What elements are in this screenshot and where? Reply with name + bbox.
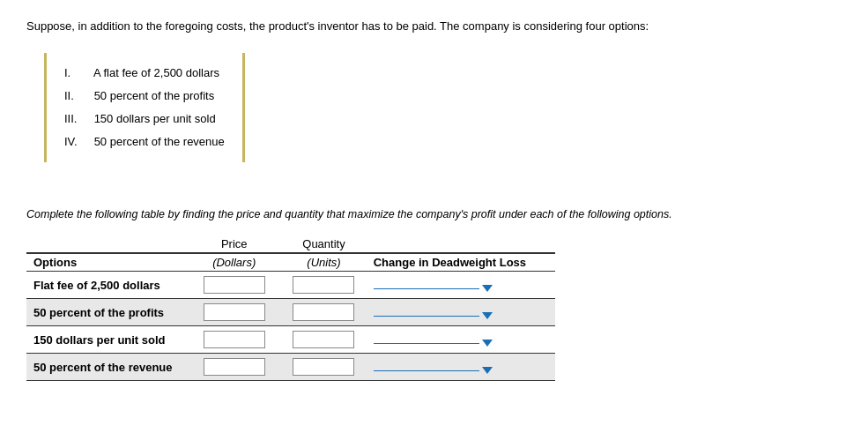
row4-dropdown-cell <box>367 354 555 381</box>
row4-price-input[interactable] <box>204 358 265 376</box>
row1-dropdown-cell <box>367 272 555 299</box>
instruction-paragraph: Complete the following table by finding … <box>26 206 842 223</box>
table-row: 50 percent of the revenue <box>26 354 555 381</box>
row3-dropdown-line <box>374 343 479 344</box>
th-quantity-label: Quantity <box>281 235 366 253</box>
option-numeral-2: II. <box>64 85 91 108</box>
row2-dropdown-line <box>374 316 479 317</box>
th-price-sublabel: (Dollars) <box>187 253 281 272</box>
row3-dropdown-button[interactable] <box>374 340 493 347</box>
row2-quantity-input[interactable] <box>293 303 354 321</box>
intro-paragraph: Suppose, in addition to the foregoing co… <box>26 18 842 35</box>
list-item: III. 150 dollars per unit sold <box>64 108 225 131</box>
row2-dropdown-arrow-icon <box>482 312 493 319</box>
row4-price-cell <box>187 354 281 381</box>
row1-quantity-input[interactable] <box>293 276 354 294</box>
table-row: 150 dollars per unit sold <box>26 326 555 354</box>
option-numeral-3: III. <box>64 108 91 131</box>
row3-quantity-cell <box>281 326 366 354</box>
th-change-blank <box>367 235 555 253</box>
table-row: 50 percent of the profits <box>26 299 555 326</box>
row2-quantity-cell <box>281 299 366 326</box>
row1-option: Flat fee of 2,500 dollars <box>26 272 187 299</box>
row2-dropdown-cell <box>367 299 555 326</box>
list-item: I. A flat fee of 2,500 dollars <box>64 62 225 85</box>
list-item: IV. 50 percent of the revenue <box>64 131 225 153</box>
table-row: Flat fee of 2,500 dollars <box>26 272 555 299</box>
row1-price-input[interactable] <box>204 276 265 294</box>
row4-quantity-input[interactable] <box>293 358 354 376</box>
list-item: II. 50 percent of the profits <box>64 85 225 108</box>
row2-option: 50 percent of the profits <box>26 299 187 326</box>
th-options-blank <box>26 235 187 253</box>
row4-dropdown-line <box>374 370 479 371</box>
row1-dropdown-line <box>374 288 479 289</box>
th-quantity-sublabel: (Units) <box>281 253 366 272</box>
row1-dropdown-button[interactable] <box>374 285 493 292</box>
row3-quantity-input[interactable] <box>293 331 354 348</box>
row2-price-input[interactable] <box>204 303 265 321</box>
th-options-header: Options <box>26 253 187 272</box>
row3-dropdown-arrow-icon <box>482 340 493 347</box>
options-list: I. A flat fee of 2,500 dollars II. 50 pe… <box>64 62 225 153</box>
row1-quantity-cell <box>281 272 366 299</box>
th-change-header: Change in Deadweight Loss <box>367 253 555 272</box>
option-numeral-4: IV. <box>64 131 91 153</box>
row2-price-cell <box>187 299 281 326</box>
row1-price-cell <box>187 272 281 299</box>
row4-dropdown-arrow-icon <box>482 367 493 374</box>
option-text-2: 50 percent of the profits <box>94 89 215 102</box>
row4-option: 50 percent of the revenue <box>26 354 187 381</box>
row3-price-cell <box>187 326 281 354</box>
option-text-1: A flat fee of 2,500 dollars <box>93 66 219 79</box>
options-box: I. A flat fee of 2,500 dollars II. 50 pe… <box>44 53 245 162</box>
row3-option: 150 dollars per unit sold <box>26 326 187 354</box>
data-table: Price Quantity Options (Dollars) (Units)… <box>26 235 555 381</box>
option-text-3: 150 dollars per unit sold <box>94 112 216 125</box>
row3-dropdown-cell <box>367 326 555 354</box>
option-text-4: 50 percent of the revenue <box>94 135 225 148</box>
row4-dropdown-button[interactable] <box>374 367 493 374</box>
th-price-label: Price <box>187 235 281 253</box>
row3-price-input[interactable] <box>204 331 265 348</box>
row4-quantity-cell <box>281 354 366 381</box>
row1-dropdown-arrow-icon <box>482 285 493 292</box>
option-numeral-1: I. <box>64 62 91 85</box>
row2-dropdown-button[interactable] <box>374 312 493 319</box>
